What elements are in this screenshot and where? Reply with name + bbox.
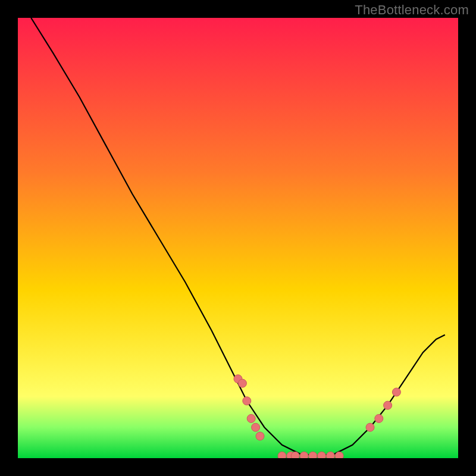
data-marker (384, 401, 392, 409)
frame-right (458, 0, 476, 476)
frame-bottom (0, 458, 476, 476)
data-marker (392, 388, 400, 396)
data-marker (300, 452, 308, 458)
chart-stage: TheBottleneck.com (0, 0, 476, 476)
data-marker (252, 423, 260, 431)
watermark-text: TheBottleneck.com (355, 2, 469, 18)
data-marker (291, 452, 299, 458)
data-marker (366, 423, 374, 431)
plot-area (18, 18, 458, 458)
frame-left (0, 0, 18, 476)
data-marker (256, 432, 264, 440)
plot-svg (18, 18, 458, 458)
data-marker (326, 452, 334, 458)
data-marker (309, 452, 317, 458)
data-marker (335, 452, 343, 458)
data-marker (243, 397, 251, 405)
data-marker (318, 452, 326, 458)
data-marker (375, 414, 383, 422)
data-marker (278, 452, 286, 458)
data-marker (238, 379, 246, 387)
data-marker (247, 414, 255, 422)
